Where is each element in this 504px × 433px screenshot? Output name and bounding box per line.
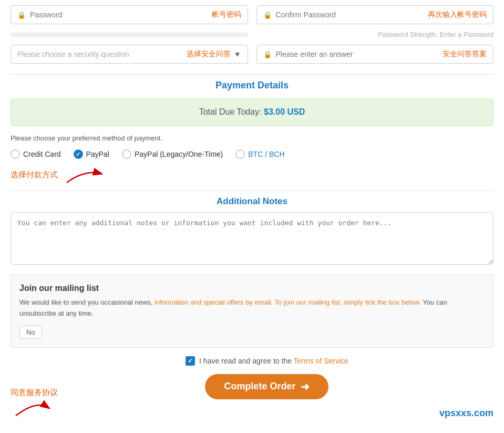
agree-text: I have read and agree to the Terms of Se… xyxy=(199,357,348,365)
additional-notes-input[interactable] xyxy=(11,212,493,265)
password-strength-bar xyxy=(11,33,248,37)
radio-paypal[interactable] xyxy=(74,149,83,159)
confirm-password-input[interactable] xyxy=(276,11,423,19)
payment-prompt: Please choose your preferred method of p… xyxy=(11,134,493,142)
agree-row: I have read and agree to the Terms of Se… xyxy=(186,356,348,366)
complete-arrow-icon: ➜ xyxy=(301,380,310,393)
security-question-select[interactable]: Please choose a security question xyxy=(17,50,181,58)
password-field[interactable]: 🔒 帐号密码 xyxy=(11,5,248,24)
password-strength-row: Password Strength: Enter a Password xyxy=(11,31,493,38)
payment-zh-annotation-row: 选择付款方式 xyxy=(11,164,493,185)
lock-icon-confirm: 🔒 xyxy=(263,11,272,19)
security-question-field[interactable]: Please choose a security question 选择安全问答… xyxy=(11,45,248,64)
dropdown-arrow-icon: ▼ xyxy=(234,50,241,58)
payment-zh-annotation: 选择付款方式 xyxy=(11,170,58,180)
bottom-row: 同意服务协议 I have read and agree to the Term… xyxy=(11,356,493,421)
lock-icon-answer: 🔒 xyxy=(263,51,272,58)
total-due-amount: $3.00 USD xyxy=(264,107,305,116)
btc-label: BTC / BCH xyxy=(248,150,284,158)
password-zh-label: 帐号密码 xyxy=(212,10,241,19)
brand-name: vpsxxs.com xyxy=(439,408,493,421)
payment-method-btc[interactable]: BTC / BCH xyxy=(235,149,284,159)
divider-1 xyxy=(11,74,493,75)
additional-notes-title: Additional Notes xyxy=(11,196,493,207)
mailing-list-box: Join our mailing list We would like to s… xyxy=(11,275,493,348)
paypal-label: PayPal xyxy=(86,150,109,158)
security-answer-input[interactable] xyxy=(276,50,438,58)
radio-btc[interactable] xyxy=(235,149,245,159)
total-due-label: Total Due Today: xyxy=(199,107,262,116)
mailing-title: Join our mailing list xyxy=(19,284,485,293)
password-input[interactable] xyxy=(30,11,207,19)
security-row: Please choose a security question 选择安全问答… xyxy=(11,45,493,64)
divider-2 xyxy=(11,190,493,191)
password-strength-text: Password Strength: Enter a Password xyxy=(256,31,494,38)
payment-method-paypal[interactable]: PayPal xyxy=(74,149,109,159)
payment-method-paypal-legacy[interactable]: PayPal (Legacy/One-Time) xyxy=(122,149,223,159)
mailing-text: We would like to send you occasional new… xyxy=(19,297,485,319)
paypal-legacy-label: PayPal (Legacy/One-Time) xyxy=(135,150,223,158)
confirm-password-field[interactable]: 🔒 再次输入帐号密码 xyxy=(256,5,494,24)
credit-card-label: Credit Card xyxy=(23,150,61,158)
radio-paypal-legacy[interactable] xyxy=(122,149,131,159)
radio-credit-card[interactable] xyxy=(11,149,20,159)
agree-annotation-section: 同意服务协议 xyxy=(11,356,95,421)
total-due-box: Total Due Today: $3.00 USD xyxy=(11,98,493,126)
security-question-zh: 选择安全问答 xyxy=(187,49,231,59)
red-arrow-icon xyxy=(64,164,106,185)
payment-methods-row: Credit Card PayPal PayPal (Legacy/One-Ti… xyxy=(11,149,493,159)
security-answer-zh: 安全问答答案 xyxy=(443,49,487,59)
lock-icon-password: 🔒 xyxy=(17,11,26,19)
payment-section-title: Payment Details xyxy=(11,80,493,91)
agree-red-arrow-icon xyxy=(11,395,53,421)
tos-checkbox[interactable] xyxy=(186,356,195,366)
security-answer-field[interactable]: 🔒 安全问答答案 xyxy=(256,45,494,64)
tos-link[interactable]: Terms of Service xyxy=(294,357,348,365)
confirm-password-zh-label: 再次输入帐号密码 xyxy=(428,10,487,19)
payment-method-credit-card[interactable]: Credit Card xyxy=(11,149,61,159)
complete-order-button[interactable]: Complete Order ➜ xyxy=(205,374,328,399)
mailing-toggle-button[interactable]: No xyxy=(19,326,42,339)
payment-methods-section: Credit Card PayPal PayPal (Legacy/One-Ti… xyxy=(11,149,493,185)
center-agree-section: I have read and agree to the Terms of Se… xyxy=(186,356,348,408)
password-row: 🔒 帐号密码 🔒 再次输入帐号密码 xyxy=(11,5,493,24)
